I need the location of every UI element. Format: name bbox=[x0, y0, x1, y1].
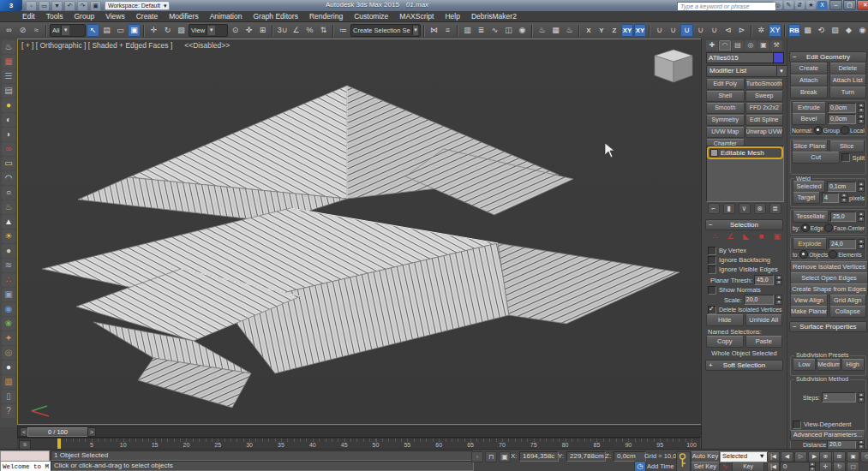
configure-modifier-sets-icon[interactable]: ≣ bbox=[769, 203, 781, 214]
scale-spinner[interactable]: ▲▼ bbox=[775, 295, 782, 305]
constraint-xy-snap-button[interactable]: XY bbox=[634, 24, 646, 37]
modifier-set-edit-spline-button[interactable]: Edit Spline bbox=[745, 115, 784, 126]
snap-xy-icon[interactable]: XY bbox=[769, 24, 781, 37]
next-frame-arrow[interactable]: > bbox=[87, 427, 96, 437]
snap-magnet-4-icon[interactable]: ∪ bbox=[694, 24, 707, 37]
stack-item-editable-mesh[interactable]: Editable Mesh bbox=[708, 147, 782, 158]
preset-medium-button[interactable]: Medium bbox=[817, 359, 840, 371]
new-scene-icon[interactable]: ▫ bbox=[26, 1, 37, 11]
glasses-icon[interactable]: ∞ bbox=[2, 142, 15, 156]
modifier-stack[interactable]: Editable Mesh bbox=[706, 146, 784, 202]
percent-snap-icon[interactable]: % bbox=[303, 24, 316, 37]
display-tab[interactable]: ▣ bbox=[757, 40, 769, 51]
weld-selected-button[interactable]: Selected bbox=[793, 181, 825, 193]
current-frame-field[interactable]: 0 bbox=[780, 462, 812, 471]
menu-create[interactable]: Create bbox=[136, 12, 159, 21]
modifier-set-unwrap-uvw-button[interactable]: Unwrap UVW bbox=[745, 127, 784, 138]
steps-field[interactable]: 2 bbox=[822, 392, 856, 402]
default-tangents-icon[interactable]: ∿ bbox=[720, 462, 730, 471]
disc-icon[interactable]: ● bbox=[2, 244, 15, 258]
menu-debrismaker2[interactable]: DebrisMaker2 bbox=[471, 12, 517, 21]
viewport[interactable]: [ + ] [ Orthographic ] [ Shaded + Edged … bbox=[17, 39, 702, 425]
edit-named-selection-sets-icon[interactable]: ≔ bbox=[337, 24, 350, 37]
communication-center-icon[interactable]: X bbox=[817, 1, 827, 9]
shell-icon[interactable]: ◎ bbox=[2, 346, 15, 360]
advanced-parameters-button[interactable]: Advanced Parameters... bbox=[790, 430, 865, 441]
search-input[interactable]: Type a keyword or phrase bbox=[677, 2, 776, 11]
extrude-spinner[interactable]: ▲▼ bbox=[858, 103, 865, 113]
favorites-icon[interactable]: ★ bbox=[806, 1, 816, 9]
isolate-selection-icon[interactable]: ◦ bbox=[471, 451, 483, 462]
angle-snap-icon[interactable]: ∠ bbox=[290, 24, 302, 37]
save-file-icon[interactable]: ▼ bbox=[51, 1, 63, 11]
camera-box-icon[interactable]: ▣ bbox=[2, 288, 15, 301]
modifier-set-turbosmooth-button[interactable]: TurboSmooth bbox=[745, 79, 784, 90]
modifier-set-ffd-2x2x2-button[interactable]: FFD 2x2x2 bbox=[745, 103, 784, 114]
list-icon[interactable]: ☰ bbox=[2, 69, 15, 83]
cone-icon[interactable]: ▲ bbox=[2, 215, 15, 229]
align-icon[interactable]: ≡ bbox=[441, 24, 454, 37]
collapse-button[interactable]: Collapse bbox=[829, 306, 867, 318]
sphere-icon[interactable]: ● bbox=[2, 361, 15, 374]
steps-spinner[interactable]: ▲▼ bbox=[858, 392, 865, 402]
hierarchy-tab[interactable]: ▤ bbox=[732, 40, 744, 51]
rendered-frame-window-icon[interactable]: ▦ bbox=[549, 24, 562, 37]
vertex-icon[interactable]: ∴ bbox=[710, 232, 720, 241]
break-button[interactable]: Break bbox=[790, 86, 828, 98]
rectangular-selection-region-icon[interactable]: ▭ bbox=[114, 24, 127, 37]
normal-group-radio[interactable] bbox=[814, 126, 823, 134]
slice-button[interactable]: Slice bbox=[829, 140, 865, 152]
make-unique-icon[interactable]: ∨ bbox=[739, 203, 751, 214]
spotlight-icon[interactable]: ◗ bbox=[2, 128, 15, 141]
attach-button[interactable]: Attach bbox=[790, 75, 828, 86]
modifier-set-smooth-button[interactable]: Smooth bbox=[706, 103, 745, 114]
weld-target-field[interactable]: 4 bbox=[822, 193, 839, 203]
menu-rendering[interactable]: Rendering bbox=[309, 12, 343, 21]
maximize-button[interactable]: ▢ bbox=[843, 0, 856, 10]
select-object-icon[interactable]: ↖ bbox=[87, 24, 99, 37]
to-objects-radio[interactable] bbox=[799, 250, 808, 259]
snap-magnet-7-icon[interactable]: ⊳ bbox=[735, 24, 748, 37]
create-button[interactable]: Create bbox=[790, 63, 828, 75]
render-production-icon[interactable]: ♨ bbox=[563, 24, 576, 37]
selection-filter-dropdown[interactable]: All▼ bbox=[50, 24, 86, 37]
gem-icon[interactable]: ◆ bbox=[842, 24, 855, 37]
search-icon[interactable]: ◎ bbox=[773, 1, 782, 9]
select-and-link-icon[interactable]: ∞ bbox=[3, 24, 15, 37]
surface-properties-rollout-header[interactable]: − Surface Properties bbox=[789, 321, 867, 332]
weld-selected-spinner[interactable]: ▲▼ bbox=[858, 182, 865, 192]
constraint-x-button[interactable]: X bbox=[583, 24, 595, 37]
polygon-icon[interactable]: ■ bbox=[757, 232, 766, 241]
undo-icon[interactable]: ↶ bbox=[64, 1, 75, 11]
eye-icon[interactable]: ◉ bbox=[856, 24, 868, 37]
create-shape-from-edges-button[interactable]: Create Shape from Edges bbox=[790, 283, 868, 295]
plane-icon[interactable]: ▭ bbox=[2, 157, 15, 170]
snap-settings-icon[interactable]: ✲ bbox=[755, 24, 768, 37]
cut-button[interactable]: Cut bbox=[792, 152, 840, 164]
set-keys-key-button[interactable] bbox=[676, 451, 691, 471]
menu-edit[interactable]: Edit bbox=[22, 12, 35, 21]
track-bar[interactable]: ≋ 51015202530354045505560657075808590951… bbox=[17, 438, 700, 450]
paste-button[interactable]: Paste bbox=[745, 336, 783, 348]
material-editor-icon[interactable]: ◉ bbox=[516, 24, 529, 37]
render-setup-icon[interactable]: ♨ bbox=[536, 24, 548, 37]
undo-view-icon[interactable]: ⟲ bbox=[815, 24, 828, 37]
named-selection-sets-dropdown[interactable]: Create Selection Se▼ bbox=[350, 24, 421, 37]
by-face-center-radio[interactable] bbox=[824, 224, 833, 232]
object-color-swatch[interactable] bbox=[773, 52, 784, 63]
max-logo-button[interactable]: 3 bbox=[0, 0, 22, 11]
sun-icon[interactable]: ☀ bbox=[2, 230, 15, 243]
snap-magnet-5-icon[interactable]: ∪ bbox=[708, 24, 721, 37]
go-to-start-icon[interactable]: |◀ bbox=[767, 462, 780, 471]
modifier-set-edit-poly-button[interactable]: Edit Poly bbox=[706, 79, 745, 90]
bevel-button[interactable]: Bevel bbox=[792, 113, 826, 125]
remove-modifier-icon[interactable]: ⊗ bbox=[754, 203, 766, 214]
reference-coordinate-system-dropdown[interactable]: View▼ bbox=[189, 24, 228, 37]
minimize-button[interactable]: – bbox=[829, 0, 842, 10]
frame-spinner[interactable]: ▲▼ bbox=[809, 462, 816, 471]
edit-geometry-rollout-header[interactable]: − Edit Geometry bbox=[789, 51, 867, 63]
chart-icon[interactable]: ▦ bbox=[2, 55, 15, 69]
maximize-viewport-icon[interactable]: ▢ bbox=[847, 462, 859, 471]
scene-explorer-icon[interactable]: ▥ bbox=[461, 24, 474, 37]
menu-maxscript[interactable]: MAXScript bbox=[399, 12, 434, 21]
